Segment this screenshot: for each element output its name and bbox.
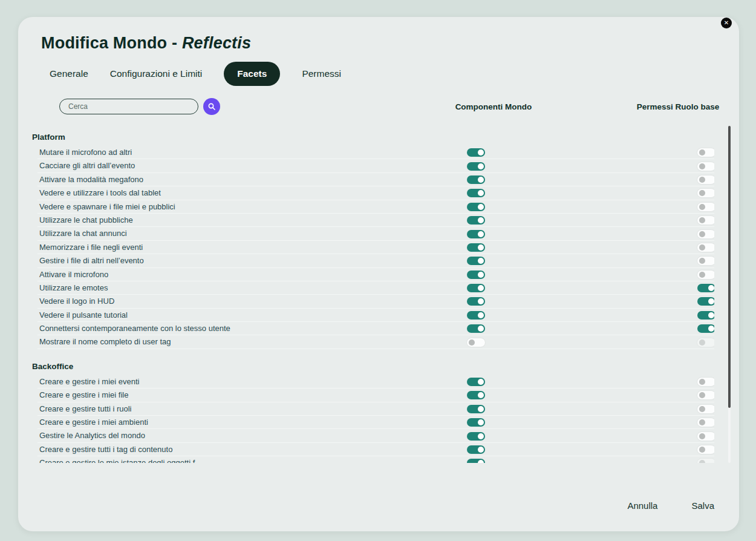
world-toggle[interactable]	[467, 297, 485, 306]
role-toggle[interactable]	[697, 445, 714, 454]
permission-section: BackofficeCreare e gestire i miei eventi…	[24, 353, 714, 463]
role-toggle[interactable]	[697, 324, 714, 333]
toggle-knob	[478, 419, 484, 425]
toggle-knob	[478, 460, 484, 463]
role-toggle[interactable]	[697, 243, 714, 252]
world-toggle[interactable]	[467, 257, 485, 265]
role-toggle[interactable]	[697, 432, 714, 441]
toggle-knob	[699, 204, 705, 210]
toggle-knob	[699, 392, 705, 398]
section-header: Backoffice	[24, 353, 714, 375]
permission-row: Utilizzare le emotes	[37, 281, 714, 295]
column-header-componenti-mondo: Componenti Mondo	[423, 102, 564, 111]
tab-permessi[interactable]: Permessi	[302, 68, 341, 79]
toggle-knob	[699, 419, 705, 425]
world-toggle[interactable]	[467, 432, 485, 441]
world-toggle[interactable]	[467, 270, 485, 279]
permission-row: Gestire i file di altri nell’evento	[37, 254, 714, 267]
permission-label: Creare e gestire i miei file	[39, 389, 128, 401]
toggle-knob	[708, 285, 714, 291]
permission-label: Mostrare il nome completo di user tag	[39, 335, 171, 348]
world-toggle[interactable]	[467, 445, 485, 454]
search-button[interactable]	[203, 98, 220, 115]
cancel-button[interactable]: Annulla	[624, 500, 661, 511]
world-toggle[interactable]	[467, 148, 485, 157]
world-toggle[interactable]	[467, 378, 485, 386]
close-icon: ✕	[724, 20, 729, 26]
role-toggle[interactable]	[697, 405, 714, 413]
role-toggle[interactable]	[697, 189, 714, 197]
toggle-knob	[699, 460, 705, 463]
permission-row: Creare e gestire tutti i tag di contenut…	[37, 443, 714, 456]
world-toggle[interactable]	[467, 459, 485, 463]
permission-label: Vedere e spawnare i file miei e pubblici	[39, 200, 175, 213]
role-toggle[interactable]	[697, 311, 714, 320]
permission-label: Attivare la modalità megafono	[39, 173, 143, 186]
save-button[interactable]: Salva	[688, 500, 718, 511]
toggle-knob	[478, 392, 484, 398]
title-prefix: Modifica Mondo -	[41, 34, 182, 52]
world-toggle[interactable]	[467, 203, 485, 211]
search-input[interactable]	[59, 99, 198, 114]
permission-label: Gestire le Analytics del mondo	[39, 429, 145, 442]
role-toggle[interactable]	[697, 338, 714, 347]
role-toggle[interactable]	[697, 418, 714, 427]
toggle-knob	[699, 379, 705, 385]
role-toggle[interactable]	[697, 162, 714, 171]
role-toggle[interactable]	[697, 148, 714, 157]
role-toggle[interactable]	[697, 459, 714, 463]
toggle-knob	[478, 190, 484, 196]
permission-row: Vedere il logo in HUD	[37, 295, 714, 308]
role-toggle[interactable]	[697, 175, 714, 184]
role-toggle[interactable]	[697, 203, 714, 211]
permission-label: Creare e gestire le mie istanze degli og…	[39, 456, 195, 463]
permission-row: Memorizzare i file negli eventi	[37, 241, 714, 254]
world-toggle[interactable]	[467, 405, 485, 413]
toggle-knob	[699, 149, 705, 156]
tab-facets[interactable]: Facets	[224, 62, 280, 86]
close-button[interactable]: ✕	[721, 18, 732, 28]
toggle-knob	[708, 298, 714, 304]
toggle-knob	[478, 258, 484, 264]
permission-row: Utilizzare la chat annunci	[37, 227, 714, 240]
role-toggle[interactable]	[697, 270, 714, 279]
scrollbar-thumb[interactable]	[728, 126, 731, 408]
role-toggle[interactable]	[697, 391, 714, 399]
world-toggle[interactable]	[467, 216, 485, 225]
world-toggle[interactable]	[467, 338, 485, 347]
role-toggle[interactable]	[697, 297, 714, 306]
role-toggle[interactable]	[697, 230, 714, 238]
toggle-knob	[478, 231, 484, 237]
world-toggle[interactable]	[467, 284, 485, 292]
world-toggle[interactable]	[467, 324, 485, 333]
toggle-knob	[478, 272, 484, 278]
world-toggle[interactable]	[467, 175, 485, 184]
toggle-knob	[478, 326, 484, 332]
scrollbar-track[interactable]	[728, 126, 731, 463]
permission-row: Mutare il microfono ad altri	[37, 146, 714, 159]
world-toggle[interactable]	[467, 243, 485, 252]
permission-label: Creare e gestire i miei ambienti	[39, 416, 148, 428]
world-toggle[interactable]	[467, 391, 485, 399]
world-toggle[interactable]	[467, 189, 485, 197]
tab-generale[interactable]: Generale	[50, 68, 88, 79]
permission-row: Cacciare gli altri dall’evento	[37, 159, 714, 172]
toggle-knob	[699, 447, 705, 453]
toggle-knob	[699, 272, 705, 278]
tab-configurazioni-e-limiti[interactable]: Configurazioni e Limiti	[110, 68, 203, 79]
permission-label: Cacciare gli altri dall’evento	[39, 159, 135, 172]
role-toggle[interactable]	[697, 284, 714, 292]
permission-row: Creare e gestire i miei eventi	[37, 375, 714, 389]
permission-row: Utilizzare le chat pubbliche	[37, 214, 714, 227]
permission-row: Creare e gestire i miei ambienti	[37, 416, 714, 429]
toggle-knob	[478, 204, 484, 210]
role-toggle[interactable]	[697, 257, 714, 265]
role-toggle[interactable]	[697, 378, 714, 386]
world-toggle[interactable]	[467, 311, 485, 320]
world-toggle[interactable]	[467, 230, 485, 238]
world-toggle[interactable]	[467, 418, 485, 427]
permission-label: Creare e gestire tutti i ruoli	[39, 402, 131, 415]
permission-label: Mutare il microfono ad altri	[39, 146, 132, 159]
world-toggle[interactable]	[467, 162, 485, 171]
role-toggle[interactable]	[697, 216, 714, 225]
